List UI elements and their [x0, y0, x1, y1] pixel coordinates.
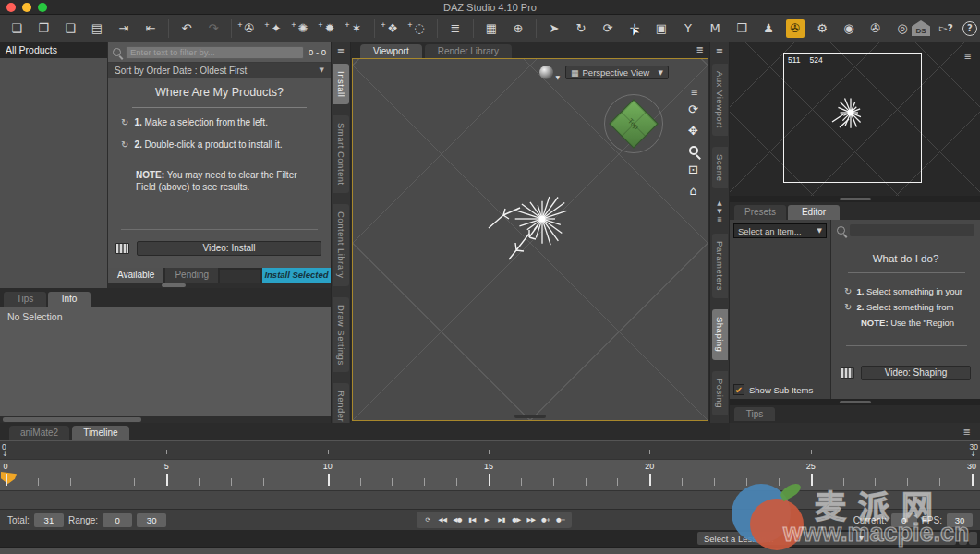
total-frames-field[interactable]: 31: [34, 513, 64, 527]
tab-posing[interactable]: Posing: [712, 371, 728, 416]
tab-content-library[interactable]: Content Library: [333, 204, 349, 285]
step-back-button[interactable]: ▮◀: [466, 513, 478, 526]
timeline-frame-ruler[interactable]: 051015202530: [0, 459, 980, 490]
redo-icon[interactable]: ↷: [204, 19, 223, 38]
tab-parameters[interactable]: Parameters: [712, 234, 728, 298]
tab-render-library[interactable]: Render Library: [425, 44, 512, 58]
lesson-prev-button[interactable]: [959, 532, 967, 545]
viewport-canvas[interactable]: Top ▼ ▦ Perspective View ▼ ≣ ⟳✥⊡⌂: [352, 58, 708, 421]
tab-timeline[interactable]: Timeline: [72, 426, 128, 440]
previous-key-button[interactable]: ◀●: [451, 513, 464, 526]
rotate-tool-icon[interactable]: ↻: [572, 19, 590, 38]
figure-setup-tool-icon[interactable]: ♟: [759, 19, 778, 38]
viewport-options-menu-icon[interactable]: ≣: [691, 87, 698, 97]
zoom-view-icon[interactable]: [689, 146, 698, 155]
context-help-icon[interactable]: ▻?: [939, 22, 953, 34]
tab-tips[interactable]: Tips: [4, 292, 46, 307]
up-arrow-icon[interactable]: ▲: [717, 199, 721, 207]
scale-tool-icon[interactable]: ▣: [652, 19, 671, 38]
tab-presets[interactable]: Presets: [734, 205, 786, 220]
node-selection-tool-icon[interactable]: ➤: [545, 19, 563, 38]
create-spotlight-icon[interactable]: ✦+: [267, 19, 285, 38]
help-icon[interactable]: ?: [962, 21, 977, 36]
export-icon[interactable]: ⇤: [141, 19, 160, 38]
save-last-icon[interactable]: ❑: [61, 19, 79, 38]
render-icon[interactable]: ▦: [482, 19, 501, 38]
step-forward-button[interactable]: ▶▮: [495, 513, 508, 526]
pane-menu-icon[interactable]: ≣: [337, 46, 345, 56]
create-dformer-icon[interactable]: ❖+: [383, 19, 402, 38]
tab-scene[interactable]: Scene: [712, 147, 728, 188]
frame-view-icon[interactable]: ⊡: [688, 163, 698, 176]
skip-to-end-button[interactable]: ▶▶: [525, 513, 538, 526]
tab-viewport[interactable]: Viewport: [360, 44, 422, 58]
show-sub-items-checkbox[interactable]: ✔: [733, 384, 744, 395]
create-distant-light-icon[interactable]: ✹+: [321, 19, 339, 38]
tab-animate2[interactable]: aniMate2: [9, 426, 69, 440]
tab-tips[interactable]: Tips: [734, 407, 775, 421]
pane-menu-icon[interactable]: ≣: [963, 427, 971, 437]
pane-menu-icon[interactable]: ≣: [964, 51, 972, 61]
open-file-icon[interactable]: ❐: [34, 19, 53, 38]
filter-input[interactable]: [126, 46, 304, 59]
down-arrow-icon[interactable]: ▼: [717, 208, 721, 215]
render-settings-icon[interactable]: ✇: [866, 19, 885, 38]
new-file-icon[interactable]: ❏: [7, 19, 26, 38]
tab-install[interactable]: Install: [333, 64, 349, 104]
surface-selection-tool-icon[interactable]: ◉: [840, 19, 858, 38]
active-camera-tool-icon[interactable]: ✇: [786, 19, 805, 38]
tab-info[interactable]: Info: [48, 292, 91, 307]
splitter-grip[interactable]: [840, 401, 871, 403]
pane-menu-icon[interactable]: ≣: [696, 44, 704, 54]
pane-menu-icon[interactable]: ≣: [716, 46, 723, 56]
range-start-field[interactable]: 0: [103, 513, 132, 527]
aux-viewport[interactable]: 511 524 ≣: [730, 42, 980, 196]
shaping-search-field[interactable]: [850, 224, 974, 236]
fps-field[interactable]: 30: [947, 513, 973, 527]
timeline-range-ruler[interactable]: 0↓30↓: [0, 440, 980, 459]
sort-dropdown[interactable]: Sort by Order Date : Oldest First ▼: [108, 63, 331, 78]
horizontal-scrollbar[interactable]: [108, 283, 331, 288]
play-button[interactable]: ▶: [480, 513, 493, 526]
draw-style-sphere-icon[interactable]: [539, 66, 553, 79]
orbit-tool-icon[interactable]: ⟳: [599, 19, 617, 38]
tab-pending[interactable]: Pending: [165, 268, 218, 283]
remove-keyframe-button[interactable]: ●−: [554, 513, 567, 526]
chevron-down-icon[interactable]: ▼: [555, 74, 560, 80]
weight-map-tool-icon[interactable]: M: [706, 19, 724, 38]
tab-aux-viewport[interactable]: Aux Viewport: [712, 64, 728, 136]
install-selected-button[interactable]: Install Selected: [262, 268, 331, 283]
undo-icon[interactable]: ↶: [177, 19, 196, 38]
range-end-arrow-icon[interactable]: ↓: [970, 450, 976, 458]
spot-render-tool-icon[interactable]: ◎: [893, 19, 912, 38]
tabstrip-scroll-arrows[interactable]: ▲ ▼ ≣: [717, 199, 722, 224]
daz-home-icon[interactable]: DS: [912, 20, 930, 36]
home-view-icon[interactable]: ⌂: [689, 185, 696, 198]
create-point-light-icon[interactable]: ✺+: [294, 19, 312, 38]
camera-view-dropdown[interactable]: ▦ Perspective View ▼: [565, 66, 669, 79]
list-item-all-products[interactable]: All Products: [0, 42, 107, 58]
add-keyframe-button[interactable]: ●+: [539, 513, 552, 526]
create-key-button[interactable]: ●▶: [510, 513, 523, 526]
range-start-arrow-icon[interactable]: ↓: [2, 450, 8, 458]
import-icon[interactable]: ⇥: [115, 19, 133, 38]
horizontal-scrollbar[interactable]: [0, 416, 331, 423]
tool-settings-icon[interactable]: ⚙: [813, 19, 831, 38]
splitter-grip[interactable]: [840, 198, 871, 200]
panel-splitter[interactable]: [730, 196, 980, 202]
panel-splitter[interactable]: [730, 399, 980, 405]
scrollbar-handle[interactable]: [162, 283, 186, 287]
tab-shaping[interactable]: Shaping: [712, 309, 728, 359]
orbit-view-icon[interactable]: ⟳: [688, 103, 698, 116]
select-lesson-dropdown[interactable]: Select a Lesson... ▼: [697, 532, 956, 545]
video-install-button[interactable]: Video: Install: [137, 241, 321, 256]
frame-controls-icon[interactable]: ⊕: [509, 19, 527, 38]
pane-menu-icon[interactable]: ≣: [717, 216, 722, 223]
current-frame-field[interactable]: 0: [891, 513, 917, 527]
skip-to-start-button[interactable]: ◀◀: [436, 513, 449, 526]
pan-view-icon[interactable]: ✥: [688, 125, 698, 138]
create-camera-icon[interactable]: ✇+: [240, 19, 259, 38]
scene-outline-icon[interactable]: ≣: [446, 19, 465, 38]
playhead[interactable]: [1, 472, 17, 484]
joint-editor-tool-icon[interactable]: Y: [679, 19, 697, 38]
